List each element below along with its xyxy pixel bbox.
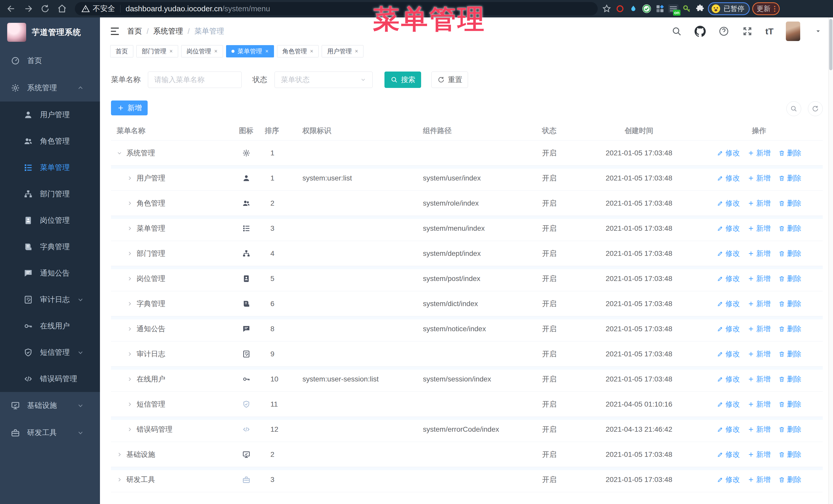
address-bar[interactable]: 不安全 dashboard.yudao.iocoder.cn /system/m… [75,2,598,16]
reload-icon[interactable] [40,3,51,14]
close-icon[interactable]: × [169,48,173,55]
row-action-add[interactable]: 新增 [748,400,771,409]
blocks-extension-icon[interactable] [654,3,665,14]
tree-expand-icon[interactable] [117,452,122,457]
sidebar-item-4[interactable]: 菜单管理 [0,154,100,181]
row-action-delete[interactable]: 删除 [779,425,802,434]
sidebar-item-13[interactable]: 基础设施 [0,392,100,419]
avatar[interactable] [786,22,800,41]
row-action-add[interactable]: 新增 [748,223,771,233]
row-action-edit[interactable]: 修改 [717,249,740,258]
tree-expand-icon[interactable] [127,376,133,382]
sidebar-item-9[interactable]: 审计日志 [0,286,100,313]
row-action-delete[interactable]: 删除 [779,374,802,384]
row-action-delete[interactable]: 删除 [779,249,802,258]
row-action-delete[interactable]: 删除 [779,198,802,208]
row-action-edit[interactable]: 修改 [717,475,740,484]
row-action-delete[interactable]: 删除 [779,274,802,284]
scrollbar-thumb[interactable] [829,19,832,70]
show-search-toggle-button[interactable] [786,101,801,116]
row-action-add[interactable]: 新增 [748,249,771,258]
tree-expand-icon[interactable] [127,225,133,231]
sidebar-item-7[interactable]: 字典管理 [0,234,100,260]
row-action-delete[interactable]: 删除 [779,475,802,484]
row-action-delete[interactable]: 删除 [779,299,802,309]
help-icon[interactable] [718,26,730,37]
close-icon[interactable]: × [265,48,269,55]
close-icon[interactable]: × [355,48,358,55]
row-action-edit[interactable]: 修改 [717,223,740,233]
proxy-on-extension-icon[interactable]: on [668,3,679,14]
tree-expand-icon[interactable] [127,276,133,282]
row-action-add[interactable]: 新增 [748,148,771,158]
security-label[interactable]: 不安全 [93,4,115,14]
github-icon[interactable] [695,26,706,37]
refresh-table-button[interactable] [808,101,823,116]
tab-0[interactable]: 首页 [110,45,133,57]
page-scrollbar[interactable] [828,18,833,504]
row-action-edit[interactable]: 修改 [717,374,740,384]
tree-expand-icon[interactable] [127,200,133,206]
tree-expand-icon[interactable] [127,427,133,432]
row-action-edit[interactable]: 修改 [717,173,740,183]
sidebar-item-1[interactable]: 系统管理 [0,74,100,101]
menu-name-input[interactable] [148,72,242,88]
row-action-edit[interactable]: 修改 [717,198,740,208]
row-action-edit[interactable]: 修改 [717,324,740,334]
drop-extension-icon[interactable] [628,3,639,14]
tree-expand-icon[interactable] [127,251,133,256]
forward-icon[interactable] [23,3,34,14]
row-action-delete[interactable]: 删除 [779,349,802,359]
tab-2[interactable]: 岗位管理× [181,45,223,57]
tree-expand-icon[interactable] [127,326,133,332]
sidebar-item-10[interactable]: 在线用户 [0,313,100,339]
row-action-edit[interactable]: 修改 [717,450,740,459]
row-action-add[interactable]: 新增 [748,450,771,459]
tree-expand-icon[interactable] [127,301,133,307]
row-action-add[interactable]: 新增 [748,198,771,208]
red-dot-extension-icon[interactable] [615,3,625,14]
home-nav-icon[interactable] [56,3,68,14]
tab-5[interactable]: 用户管理× [322,45,363,57]
row-action-delete[interactable]: 删除 [779,223,802,233]
breadcrumb-system[interactable]: 系统管理 [153,26,183,37]
sidebar-item-3[interactable]: 角色管理 [0,128,100,154]
row-action-delete[interactable]: 删除 [779,324,802,334]
tree-expand-icon[interactable] [127,175,133,181]
tree-expand-icon[interactable] [117,477,122,482]
tab-4[interactable]: 角色管理× [277,45,319,57]
sidebar-item-6[interactable]: 岗位管理 [0,207,100,234]
puzzle-extensions-icon[interactable] [695,3,705,14]
key-extension-icon[interactable] [681,3,692,14]
close-icon[interactable]: × [310,48,313,55]
tab-3[interactable]: 菜单管理× [226,45,274,57]
sidebar-item-8[interactable]: 通知公告 [0,260,100,286]
status-select[interactable]: 菜单状态 [275,72,373,88]
add-button[interactable]: 新增 [111,100,148,115]
sidebar-item-12[interactable]: 错误码管理 [0,365,100,392]
row-action-add[interactable]: 新增 [748,349,771,359]
collapse-sidebar-icon[interactable] [110,27,120,35]
back-icon[interactable] [6,3,17,14]
search-button[interactable]: 搜索 [384,72,421,88]
row-action-add[interactable]: 新增 [748,374,771,384]
check-badge-extension-icon[interactable] [641,3,652,14]
row-action-add[interactable]: 新增 [748,425,771,434]
row-action-add[interactable]: 新增 [748,274,771,284]
breadcrumb-home[interactable]: 首页 [127,26,142,37]
reset-button[interactable]: 重置 [431,72,468,88]
browser-menu-icon[interactable] [774,6,775,12]
row-action-delete[interactable]: 删除 [779,450,802,459]
font-size-icon[interactable]: tT [765,26,774,37]
browser-update-button[interactable]: 更新 [752,2,780,15]
row-action-delete[interactable]: 删除 [779,148,802,158]
app-logo-row[interactable]: 芋道管理系统 [0,18,100,47]
row-action-add[interactable]: 新增 [748,173,771,183]
row-action-delete[interactable]: 删除 [779,173,802,183]
tree-expand-icon[interactable] [117,150,122,156]
row-action-edit[interactable]: 修改 [717,425,740,434]
fullscreen-icon[interactable] [742,26,753,37]
browser-profile-chip[interactable]: 已暂停 [708,2,750,15]
close-icon[interactable]: × [214,48,218,55]
search-icon[interactable] [671,26,682,37]
